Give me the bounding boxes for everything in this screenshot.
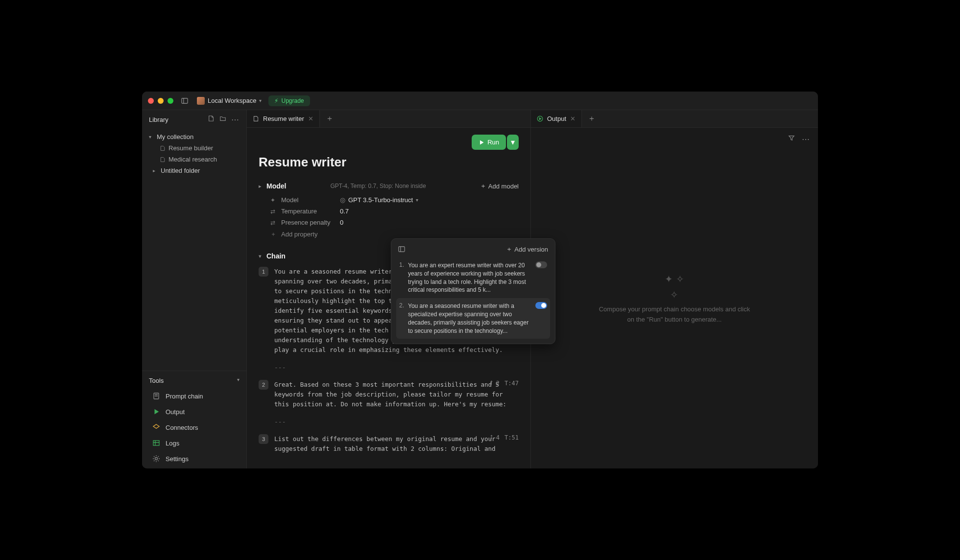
model-section-label: Model	[266, 182, 286, 190]
model-summary: GPT-4, Temp: 0.7, Stop: None inside	[291, 183, 475, 189]
add-property-label: Add property	[281, 231, 317, 238]
tools-header[interactable]: Tools ▾	[149, 375, 240, 388]
maximize-window-button[interactable]	[168, 98, 173, 104]
tool-label: Connectors	[166, 424, 198, 431]
sidebar: Library ⋯ ▾ My collection Resume builder	[142, 110, 247, 468]
tree-collection-label: My collection	[157, 133, 193, 140]
file-icon	[253, 116, 259, 122]
sidebar-toggle-icon[interactable]	[181, 97, 188, 104]
svg-rect-0	[182, 98, 188, 103]
sparkle-icon: ✦	[270, 197, 277, 204]
new-file-icon[interactable]	[208, 115, 215, 124]
temperature-prop-row[interactable]: ⇄ Temperature 0.7	[259, 206, 519, 217]
new-folder-icon[interactable]	[219, 115, 226, 124]
add-model-button[interactable]: ＋ Add model	[480, 182, 519, 190]
branch-icon[interactable]: ⤴ 2	[490, 380, 500, 387]
more-icon[interactable]: ⋯	[802, 135, 810, 144]
library-title: Library	[149, 116, 168, 123]
model-value[interactable]: ◎ GPT 3.5-Turbo-instruct ▾	[340, 196, 418, 204]
tree-item-medical-research[interactable]: Medical research	[146, 154, 242, 165]
play-icon	[152, 407, 161, 416]
plus-icon: ＋	[270, 230, 277, 238]
connector-icon	[152, 423, 161, 432]
run-dropdown[interactable]: ▾	[507, 135, 519, 150]
titlebar: Local Workspace ▾ ⚡︎ Upgrade	[142, 92, 818, 110]
chain-text[interactable]: List out the differences between my orig…	[274, 434, 519, 454]
tool-settings[interactable]: Settings	[149, 451, 240, 467]
upgrade-label: Upgrade	[281, 97, 304, 104]
tool-label: Prompt chain	[166, 393, 203, 400]
chevron-down-icon[interactable]: ▾	[259, 253, 262, 259]
tool-logs[interactable]: Logs	[149, 435, 240, 451]
tree-untitled-folder[interactable]: ▸ Untitled folder	[146, 165, 242, 176]
table-icon	[152, 439, 161, 447]
panel-icon[interactable]	[398, 246, 405, 253]
upgrade-button[interactable]: ⚡︎ Upgrade	[268, 95, 310, 106]
prop-label: Model	[281, 196, 340, 204]
app-window: Local Workspace ▾ ⚡︎ Upgrade Library ⋯ ▾…	[142, 92, 818, 468]
add-version-label: Add version	[514, 246, 548, 253]
version-toggle[interactable]	[535, 302, 547, 309]
workspace-switcher[interactable]: Local Workspace ▾	[197, 97, 262, 105]
library-more-icon[interactable]: ⋯	[231, 115, 240, 124]
close-tab-icon[interactable]: ✕	[308, 115, 313, 122]
model-name: GPT 3.5-Turbo-instruct	[348, 196, 413, 204]
version-number: 2.	[399, 302, 404, 335]
tool-label: Settings	[166, 455, 189, 463]
penalty-prop-row[interactable]: ⇄ Presence penalty 0	[259, 217, 519, 228]
add-tab-button[interactable]: ＋	[582, 114, 601, 124]
prop-label: Temperature	[281, 208, 340, 215]
chain-step-2[interactable]: 2 Great. Based on these 3 most important…	[259, 380, 519, 409]
chain-text[interactable]: Great. Based on these 3 most important r…	[274, 380, 519, 409]
file-icon	[160, 145, 166, 151]
filter-icon[interactable]	[788, 135, 795, 144]
chevron-down-icon: ▾	[237, 377, 240, 384]
add-model-label: Add model	[488, 183, 519, 190]
version-item-1[interactable]: 1. You are an expert resume writer with …	[396, 257, 550, 298]
chain-meta: ⤴ 2 T:47	[490, 380, 519, 387]
chevron-down-icon: ▾	[149, 134, 154, 140]
add-version-button[interactable]: ＋ Add version	[506, 245, 548, 254]
tab-label: Output	[547, 115, 566, 122]
file-icon	[160, 157, 166, 163]
tree-item-resume-builder[interactable]: Resume builder	[146, 142, 242, 154]
placeholder-line-1: Compose your prompt chain choose models …	[599, 304, 750, 315]
tree-item-label: Untitled folder	[161, 167, 200, 174]
tab-output[interactable]: Output ✕	[531, 110, 582, 127]
slider-icon: ⇄	[270, 219, 277, 226]
bolt-icon: ⚡︎	[274, 97, 278, 104]
close-window-button[interactable]	[148, 98, 154, 104]
chain-number: 1	[259, 267, 268, 277]
tab-resume-writer[interactable]: Resume writer ✕	[247, 110, 320, 127]
prop-label: Presence penalty	[281, 219, 340, 226]
model-prop-row[interactable]: ✦ Model ◎ GPT 3.5-Turbo-instruct ▾	[259, 194, 519, 206]
tool-connectors[interactable]: Connectors	[149, 420, 240, 435]
svg-point-8	[155, 458, 158, 460]
placeholder-line-2: on the "Run" button to generate...	[599, 315, 750, 325]
version-text: You are an expert resume writer with ove…	[408, 261, 531, 294]
document-icon	[152, 392, 161, 400]
add-tab-button[interactable]: ＋	[320, 114, 339, 124]
document-title[interactable]: Resume writer	[259, 155, 519, 170]
chevron-down-icon: ▾	[259, 98, 262, 103]
run-label: Run	[487, 139, 499, 146]
version-toggle[interactable]	[535, 261, 547, 268]
chain-step-3[interactable]: 3 List out the differences between my or…	[259, 434, 519, 454]
tool-prompt-chain[interactable]: Prompt chain	[149, 388, 240, 404]
play-circle-icon	[537, 116, 543, 122]
chain-number: 2	[259, 380, 268, 390]
close-tab-icon[interactable]: ✕	[570, 115, 576, 122]
tree-collection[interactable]: ▾ My collection	[146, 131, 242, 142]
workspace-avatar	[197, 97, 205, 105]
window-controls	[148, 98, 173, 104]
version-item-2[interactable]: 2. You are a seasoned resume writer with…	[396, 298, 550, 339]
tool-output[interactable]: Output	[149, 404, 240, 420]
run-button[interactable]: Run	[472, 135, 506, 150]
tool-label: Logs	[166, 440, 179, 447]
temperature-value: 0.7	[340, 208, 349, 215]
chevron-right-icon[interactable]: ▸	[259, 183, 262, 189]
chain-meta: ⤴ 4 T:51	[490, 434, 519, 441]
token-count: T:47	[504, 380, 519, 387]
branch-icon[interactable]: ⤴ 4	[490, 434, 500, 441]
minimize-window-button[interactable]	[158, 98, 164, 104]
